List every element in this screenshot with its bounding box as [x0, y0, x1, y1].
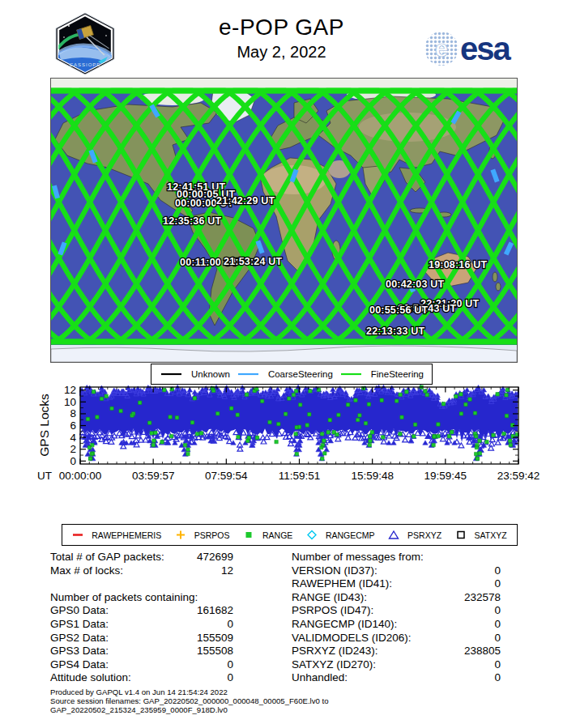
stat-label: GPS0 Data:	[50, 604, 109, 618]
y-tick-label: 4	[70, 432, 76, 444]
x-tick-label: 23:59:42	[497, 470, 540, 482]
map-time-label: 21:53:24 UT	[224, 256, 283, 267]
footer: Produced by GAPQL v1.4 on Jun 14 21:54:2…	[50, 688, 329, 714]
steering-legend-item-coarsesteering: CoarseSteering	[237, 369, 333, 379]
x-tick-label: 03:59:57	[132, 470, 175, 482]
stat-row: GPS3 Data:155508	[50, 645, 233, 658]
stat-label: RAWEPHEM (ID41):	[292, 577, 392, 591]
square-filled-icon	[243, 530, 255, 540]
y-axis-title: GPS Locks	[37, 394, 51, 457]
esa-emblem-e: e	[435, 36, 448, 62]
stat-row: Unhandled:0	[292, 671, 501, 685]
diamond-icon	[306, 530, 318, 540]
legend-label: CoarseSteering	[268, 369, 333, 379]
message-legend-item-range: RANGE	[243, 530, 292, 540]
stat-value: 155508	[197, 645, 233, 658]
legend-label: SATXYZ	[475, 530, 507, 540]
stat-value: 0	[494, 577, 501, 591]
stats-left-column: Total # of GAP packets:472699Max # of lo…	[50, 551, 233, 685]
stat-value: 0	[494, 671, 501, 685]
legend-line-swatch	[339, 370, 364, 378]
stat-value: 0	[227, 618, 233, 632]
stat-row: GPS2 Data:155509	[50, 632, 233, 645]
stat-label: Unhandled:	[292, 671, 348, 685]
stat-label: Number of packets containing:	[50, 591, 198, 605]
legend-label: Unknown	[191, 369, 230, 379]
stat-row: RANGE (ID43):232578	[292, 591, 501, 605]
stat-value: 0	[494, 632, 501, 645]
message-legend: RAWEPHEMERISPSRPOSRANGERANGECMPPSRXYZSAT…	[62, 524, 518, 546]
stat-label: GPS2 Data:	[50, 632, 109, 645]
stat-label: GPS1 Data:	[50, 618, 109, 632]
steering-legend-item-finesteering: FineSteering	[339, 369, 424, 379]
y-tick-label: 8	[70, 407, 76, 419]
stat-value: 0	[494, 564, 501, 578]
stat-label: Max # of locks:	[50, 564, 123, 578]
gps-locks-chart: 00:00:0003:59:5707:59:5411:59:5115:59:48…	[32, 381, 555, 487]
stat-value: 232578	[464, 591, 501, 605]
stat-row: Number of packets containing:	[50, 591, 233, 605]
page: CASSIOPE e-POP GAP May 2, 2022 e esa	[0, 0, 563, 728]
message-legend-item-psrxyz: PSRXYZ	[388, 530, 441, 540]
esa-wordmark: esa	[460, 31, 511, 66]
stat-row: Max # of locks:12	[50, 564, 233, 578]
stat-value: 0	[494, 658, 501, 672]
message-legend-item-rangecmp: RANGECMP	[306, 530, 375, 540]
stat-label: VERSION (ID37):	[292, 564, 377, 578]
stats-right-column: Number of messages from:VERSION (ID37):0…	[292, 551, 501, 685]
esa-logo: e esa	[421, 28, 517, 70]
stat-label: GPS3 Data:	[50, 645, 109, 658]
stat-row: PSRPOS (ID47):0	[292, 604, 501, 618]
stat-row: RANGECMP (ID140):0	[292, 618, 501, 632]
stat-label: RANGECMP (ID140):	[292, 618, 397, 632]
x-tick-label: 15:59:48	[351, 470, 394, 482]
dash-icon	[72, 530, 84, 540]
stat-value: 155509	[197, 632, 233, 645]
stat-label: PSRXYZ (ID243):	[292, 645, 378, 658]
plus-icon	[175, 530, 187, 540]
stat-value: 0	[494, 604, 501, 618]
map-time-label: 19:08:16 UT	[429, 259, 488, 270]
legend-label: FineSteering	[371, 369, 424, 379]
gps-scatter-points	[77, 385, 521, 461]
stat-row: GPS1 Data:0	[50, 618, 233, 632]
map-time-label: 12:35:36 UT	[163, 215, 222, 227]
stat-value: 472699	[197, 551, 233, 564]
legend-label: RANGE	[262, 530, 292, 540]
map-time-label: 00:55:56 UT	[369, 304, 429, 316]
stat-label: PSRPOS (ID47):	[292, 604, 373, 618]
legend-label: RANGECMP	[326, 530, 375, 540]
message-legend-item-satxyz: SATXYZ	[455, 530, 507, 540]
stat-label: RANGE (ID43):	[292, 591, 367, 605]
stat-row: Total # of GAP packets:472699	[50, 551, 233, 564]
stat-value: 161682	[197, 604, 233, 618]
legend-label: PSRPOS	[194, 530, 230, 540]
stat-row: GPS4 Data:0	[50, 658, 233, 672]
x-tick-label: 11:59:51	[279, 470, 321, 482]
y-tick-label: 2	[70, 443, 76, 455]
steering-legend-item-unknown: Unknown	[160, 369, 230, 379]
stat-row: RAWEPHEM (ID41):0	[292, 577, 501, 591]
ground-track-map: 12:41:51 UT00:00:05 UT00:00:00 UT21:42:2…	[50, 78, 518, 363]
stat-row: VERSION (ID37):0	[292, 564, 501, 578]
y-tick-label: 12	[64, 384, 76, 396]
stat-label: Number of messages from:	[292, 551, 424, 564]
footer-line: Source session filenames: GAP_20220502_0…	[50, 697, 329, 706]
legend-label: RAWEPHEMERIS	[92, 530, 161, 540]
map-time-label: 00:42:03 UT	[386, 279, 445, 290]
stat-row: GPS0 Data:161682	[50, 604, 233, 618]
triangle-icon	[388, 530, 400, 540]
y-tick-label: 10	[64, 396, 76, 408]
square-open-icon	[455, 530, 467, 540]
stat-row: VALIDMODELS (ID206):0	[292, 632, 501, 645]
patch-label: CASSIOPE	[70, 62, 101, 67]
stat-row	[50, 577, 233, 591]
y-tick-label: 6	[70, 419, 76, 432]
stat-value: 12	[221, 564, 233, 578]
stat-value: 0	[494, 618, 501, 632]
x-tick-label: 07:59:54	[205, 470, 248, 482]
footer-line: GAP_20220502_215324_235959_0000F_918D.lv…	[50, 706, 329, 715]
legend-line-swatch	[160, 370, 184, 378]
stat-row: Attitude solution:0	[50, 671, 233, 685]
legend-label: PSRXYZ	[407, 530, 441, 540]
